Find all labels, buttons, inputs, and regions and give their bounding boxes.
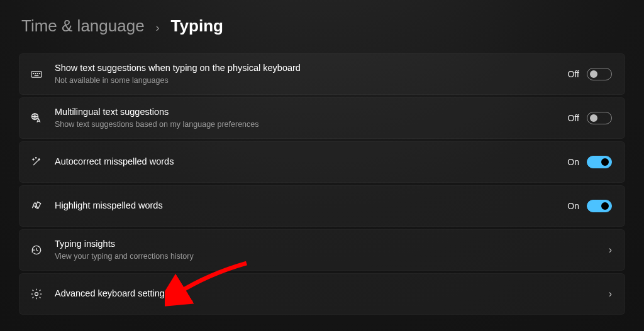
setting-control: › [609, 288, 612, 300]
setting-control: On [567, 156, 612, 168]
svg-point-8 [38, 159, 40, 160]
nav-row-advanced-keyboard[interactable]: Advanced keyboard settings › [19, 273, 625, 315]
breadcrumb: Time & language › Typing [19, 16, 625, 36]
history-icon [30, 243, 43, 257]
keyboard-icon [30, 67, 43, 81]
gear-icon [30, 287, 43, 301]
toggle-state-label: Off [568, 69, 579, 79]
toggle-multilingual[interactable] [587, 112, 612, 124]
setting-control: Off [568, 112, 612, 124]
setting-row-autocorrect: Autocorrect misspelled words On [19, 141, 625, 183]
settings-list: Show text suggestions when typing on the… [19, 53, 625, 315]
breadcrumb-parent[interactable]: Time & language [21, 16, 145, 36]
chevron-right-icon: › [609, 244, 612, 256]
svg-rect-0 [31, 72, 42, 77]
setting-row-highlight: Highlight misspelled words On [19, 185, 625, 227]
setting-title: Advanced keyboard settings [55, 288, 609, 300]
setting-title: Highlight misspelled words [55, 200, 567, 212]
setting-text: Autocorrect misspelled words [55, 156, 567, 168]
breadcrumb-current: Typing [171, 16, 223, 36]
nav-row-typing-insights[interactable]: Typing insights View your typing and cor… [19, 229, 625, 271]
highlight-icon [30, 199, 43, 213]
setting-title: Autocorrect misspelled words [55, 156, 567, 168]
svg-point-4 [40, 73, 40, 74]
setting-title: Multilingual text suggestions [55, 106, 568, 119]
setting-control: On [567, 200, 612, 212]
setting-control: › [609, 244, 612, 256]
wand-icon [30, 155, 43, 169]
chevron-right-icon: › [156, 21, 160, 35]
setting-control: Off [568, 68, 612, 80]
toggle-text-suggestions[interactable] [587, 68, 612, 80]
toggle-state-label: On [567, 201, 579, 211]
setting-text: Multilingual text suggestions Show text … [55, 106, 568, 130]
globe-translate-icon [30, 111, 43, 125]
setting-title: Typing insights [55, 238, 609, 251]
svg-point-9 [36, 158, 36, 158]
toggle-state-label: On [567, 157, 579, 167]
setting-row-text-suggestions: Show text suggestions when typing on the… [19, 53, 625, 95]
setting-text: Typing insights View your typing and cor… [55, 238, 609, 262]
toggle-state-label: Off [568, 113, 579, 123]
toggle-autocorrect[interactable] [587, 156, 612, 168]
setting-text: Highlight misspelled words [55, 200, 567, 212]
setting-subtitle: Show text suggestions based on my langua… [55, 119, 568, 130]
setting-row-multilingual: Multilingual text suggestions Show text … [19, 97, 625, 139]
svg-point-10 [35, 293, 38, 296]
setting-text: Show text suggestions when typing on the… [55, 62, 568, 86]
setting-text: Advanced keyboard settings [55, 288, 609, 300]
svg-point-1 [33, 73, 34, 74]
toggle-highlight[interactable] [587, 200, 612, 212]
typing-settings-page: Time & language › Typing Show text sugge… [0, 0, 644, 327]
chevron-right-icon: › [609, 288, 612, 300]
setting-subtitle: View your typing and corrections history [55, 251, 609, 262]
svg-point-3 [37, 73, 38, 74]
setting-subtitle: Not available in some languages [55, 75, 568, 86]
setting-title: Show text suggestions when typing on the… [55, 62, 568, 75]
svg-point-2 [35, 73, 36, 74]
